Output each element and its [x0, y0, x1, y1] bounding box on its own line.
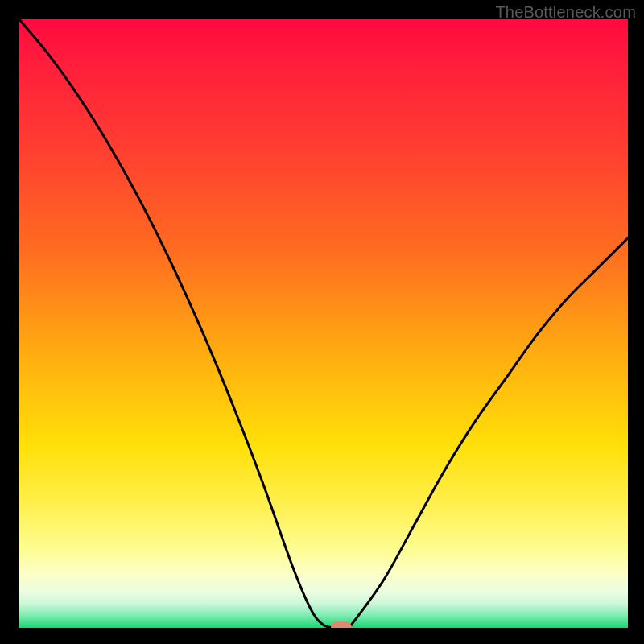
watermark-text: TheBottleneck.com: [495, 3, 636, 22]
minimum-marker: [331, 621, 352, 628]
chart-canvas: TheBottleneck.com: [0, 0, 644, 644]
bottleneck-curve: [19, 19, 628, 628]
plot-area: [19, 19, 628, 628]
